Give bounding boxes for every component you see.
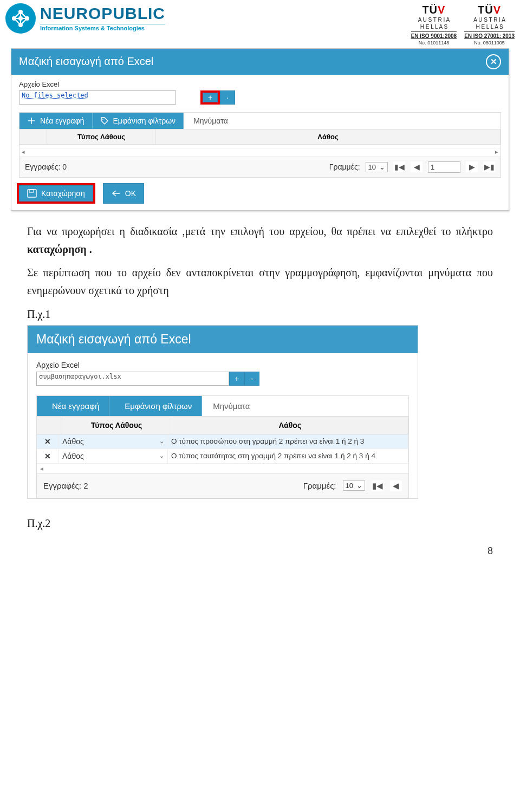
company-name: NEUROPUBLIC — [40, 5, 165, 22]
chevron-down-icon: ⌄ — [159, 452, 164, 459]
col-type-2: Τύπος Λάθους — [61, 417, 172, 434]
dialog1-actions: Καταχώρηση OK — [11, 178, 509, 210]
ok-button[interactable]: OK — [103, 183, 144, 204]
chevron-down-icon: ⌄ — [159, 438, 164, 445]
back-arrow-icon — [111, 189, 121, 198]
errors-grid: Νέα εγγραφή Εμφάνιση φίλτρων Μηνύματα Τύ… — [19, 112, 501, 178]
col-error: Λάθος — [156, 129, 500, 144]
tuv2-iso: EN ISO 27001: 2013 — [464, 33, 515, 40]
pager-next-button[interactable]: ▶ — [466, 161, 478, 172]
certification-logos: TÜV A U S T R I A H E L L A S EN ISO 900… — [411, 3, 515, 46]
para1-text-bold: καταχώρηση . — [27, 243, 92, 255]
tab-filters-label: Εμφάνιση φίλτρων — [113, 116, 176, 125]
screenshot-dialog-2: Μαζική εισαγωγή από Excel Αρχείο Excel σ… — [27, 325, 418, 499]
tab-show-filters-2[interactable]: Εμφάνιση φίλτρων — [109, 396, 202, 416]
tuv2-line2: H E L L A S — [476, 24, 503, 31]
row1-error: Ο τύπος προσώπου στη γραμμή 2 πρέπει να … — [168, 434, 408, 448]
row-type-cell[interactable]: Λάθος ⌄ — [59, 449, 168, 463]
tuv-brand: TÜV — [478, 3, 501, 17]
dialog2-title: Μαζική εισαγωγή από Excel — [28, 326, 418, 353]
neuropublic-logo: NEUROPUBLIC Information Systems & Techno… — [5, 3, 165, 34]
lines-value-2: 10 — [346, 482, 353, 490]
file-label: Αρχείο Excel — [19, 80, 501, 88]
tab-messages-2[interactable]: Μηνύματα — [202, 396, 261, 416]
row-type-cell[interactable]: Λάθος ⌄ — [59, 434, 168, 449]
row2-type: Λάθος — [62, 452, 84, 460]
lines-label: Γραμμές: — [329, 163, 360, 171]
records-value-2: 2 — [83, 481, 88, 490]
grid-pager: Εγγραφές: 0 Γραμμές: 10 ⌄ ▮◀ ◀ 1 ▶ ▶▮ — [20, 157, 500, 177]
example-1-label: Π.χ.1 — [27, 308, 520, 321]
screenshot-dialog-1: Μαζική εισαγωγή από Excel ✕ Αρχείο Excel… — [11, 48, 509, 211]
ok-button-label: OK — [125, 189, 136, 198]
tuv-cert-2: TÜV A U S T R I A H E L L A S EN ISO 270… — [464, 3, 515, 46]
lines-value: 10 — [368, 163, 376, 171]
tab-new-record-2[interactable]: Νέα εγγραφή — [37, 396, 109, 416]
col-error-2: Λάθος — [172, 417, 408, 434]
scroll-right-icon[interactable]: ▸ — [495, 148, 498, 155]
pager-prev-button[interactable]: ◀ — [411, 161, 422, 172]
hscroll-left-2[interactable]: ◂ — [37, 464, 408, 473]
records-label-2: Εγγραφές: — [43, 481, 81, 490]
svg-rect-7 — [29, 190, 34, 192]
clear-file-button[interactable]: · — [220, 90, 235, 105]
tab-messages[interactable]: Μηνύματα — [184, 113, 238, 129]
tuv1-iso: EN ISO 9001:2008 — [411, 33, 457, 40]
svg-point-5 — [102, 119, 103, 120]
pager-page-input[interactable]: 1 — [428, 161, 460, 173]
chevron-down-icon: ⌄ — [379, 163, 385, 171]
neuropublic-logo-icon — [5, 3, 36, 34]
pager-first-button-2[interactable]: ▮◀ — [372, 480, 384, 491]
tab-new-label: Νέα εγγραφή — [40, 116, 84, 125]
table-row[interactable]: ✕ Λάθος ⌄ Ο τύπος προσώπου στη γραμμή 2 … — [37, 434, 408, 449]
remove-file-button-2[interactable]: - — [244, 372, 259, 386]
lines-label-2: Γραμμές: — [303, 481, 336, 490]
tab-messages-label-2: Μηνύματα — [213, 401, 250, 411]
lines-select-2[interactable]: 10 ⌄ — [343, 480, 365, 491]
delete-row-icon[interactable]: ✕ — [37, 449, 59, 463]
highlight-frame-add: + — [200, 90, 220, 105]
table-row[interactable]: ✕ Λάθος ⌄ Ο τύπος ταυτότητας στη γραμμή … — [37, 449, 408, 464]
grid-pager-2: Εγγραφές: 2 Γραμμές: 10 ⌄ ▮◀ ◀ — [37, 473, 408, 498]
row1-type: Λάθος — [62, 437, 84, 446]
errors-grid-2: Νέα εγγραφή Εμφάνιση φίλτρων Μηνύματα Τύ… — [36, 395, 409, 498]
close-icon[interactable]: ✕ — [486, 54, 501, 69]
para1-text-a: Για να προχωρήσει η διαδικασία ,μετά την… — [27, 225, 493, 237]
add-file-button-2[interactable]: + — [229, 372, 244, 386]
highlight-frame-save: Καταχώρηση — [17, 183, 95, 204]
tab-messages-label: Μηνύματα — [193, 116, 228, 125]
example-2-label: Π.χ.2 — [27, 517, 520, 530]
col-type: Τύπος Λάθους — [47, 129, 156, 144]
plus-icon — [27, 116, 36, 125]
tab-new-label-2: Νέα εγγραφή — [52, 401, 99, 411]
tag-icon — [100, 116, 109, 125]
add-file-button[interactable]: + — [203, 93, 218, 102]
pager-prev-button-2[interactable]: ◀ — [390, 480, 402, 491]
paragraph-1: Για να προχωρήσει η διαδικασία ,μετά την… — [27, 223, 493, 258]
save-button[interactable]: Καταχώρηση — [19, 185, 93, 202]
save-icon — [27, 189, 37, 198]
tuv-brand: TÜV — [422, 3, 445, 17]
file-input-2[interactable]: συμβασηπαραγωγοι.xlsx — [36, 372, 229, 386]
lines-select[interactable]: 10 ⌄ — [366, 162, 388, 172]
company-tagline: Information Systems & Technologies — [40, 24, 165, 31]
tuv1-line2: H E L L A S — [420, 24, 447, 31]
dialog1-title: Μαζική εισαγωγή από Excel — [19, 55, 153, 68]
scroll-left-icon[interactable]: ◂ — [22, 148, 25, 155]
tab-filters-label-2: Εμφάνιση φίλτρων — [125, 401, 192, 411]
tuv-cert-1: TÜV A U S T R I A H E L L A S EN ISO 900… — [411, 3, 457, 46]
tab-show-filters[interactable]: Εμφάνιση φίλτρων — [93, 113, 184, 129]
pager-last-button[interactable]: ▶▮ — [483, 161, 495, 172]
grid-header-2: Τύπος Λάθους Λάθος — [37, 416, 408, 434]
tab-new-record[interactable]: Νέα εγγραφή — [20, 113, 93, 129]
tuv1-line1: A U S T R I A — [418, 17, 450, 24]
delete-row-icon[interactable]: ✕ — [37, 434, 59, 449]
row2-error: Ο τύπος ταυτότητας στη γραμμή 2 πρέπει ν… — [168, 449, 408, 463]
file-input[interactable]: No files selected — [19, 90, 176, 105]
grid-hscroll[interactable]: ◂ ▸ — [20, 148, 500, 157]
dialog1-titlebar: Μαζική εισαγωγή από Excel ✕ — [11, 49, 509, 75]
tuv2-no: No. 08011005 — [474, 40, 505, 46]
records-value: 0 — [62, 163, 67, 171]
page-header: NEUROPUBLIC Information Systems & Techno… — [0, 0, 520, 48]
pager-first-button[interactable]: ▮◀ — [393, 161, 405, 172]
